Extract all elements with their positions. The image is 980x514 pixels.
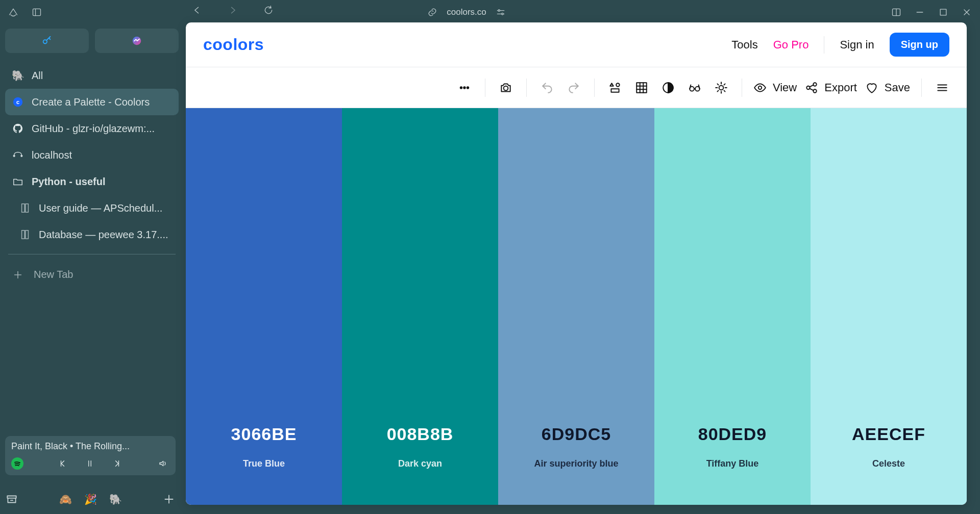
spotify-icon[interactable] (11, 457, 23, 470)
nav-tools[interactable]: Tools (731, 38, 757, 52)
app-toolbar: View Export Save (186, 67, 967, 108)
sidebar-group-python[interactable]: Python - useful (5, 168, 179, 195)
nav-back-icon[interactable] (190, 3, 204, 17)
tab-apscheduler[interactable]: User guide — APSchedul... (5, 195, 179, 221)
space-emoji-2[interactable]: 🎉 (84, 493, 97, 505)
address-url[interactable]: coolors.co (447, 7, 486, 17)
swatch-hex[interactable]: 6D9DC5 (542, 424, 611, 444)
swatch-hex[interactable]: 3066BE (231, 424, 297, 444)
swatch-hex[interactable]: 008B8B (387, 424, 454, 444)
coolors-logo[interactable]: coolors (203, 35, 264, 54)
media-volume-icon[interactable] (156, 457, 169, 470)
save-button[interactable]: Save (865, 81, 910, 94)
svg-point-40 (616, 83, 620, 87)
localhost-icon (12, 149, 23, 161)
svg-rect-22 (22, 230, 25, 239)
archive-icon[interactable] (5, 493, 18, 506)
swatch-3066be[interactable]: 3066BE True Blue (186, 108, 342, 505)
nav-forward-icon[interactable] (226, 3, 240, 17)
window-close-icon[interactable] (960, 5, 974, 19)
svg-line-56 (724, 90, 725, 91)
swatch-name: Dark cyan (398, 458, 442, 469)
signup-button[interactable]: Sign up (890, 33, 949, 57)
tab-peewee[interactable]: Database — peewee 3.17.... (5, 221, 179, 248)
new-tab-button[interactable]: New Tab (5, 264, 179, 286)
sidebar-item-all[interactable]: 🐘 All (5, 62, 179, 89)
arc-logo-icon[interactable] (6, 5, 20, 19)
all-icon: 🐘 (12, 70, 23, 81)
tab-coolors[interactable]: c Create a Palette - Coolors (5, 89, 179, 115)
view-button[interactable]: View (753, 81, 797, 94)
svg-line-57 (724, 84, 725, 85)
sidebar-item-label: All (32, 70, 43, 82)
swatch-aeecef[interactable]: AEECEF Celeste (811, 108, 967, 505)
page-content: coolors Tools Go Pro Sign in Sign up Vie… (186, 22, 967, 505)
swatch-hex[interactable]: AEECEF (852, 424, 925, 444)
tab-github[interactable]: GitHub - glzr-io/glazewm:... (5, 115, 179, 142)
save-label: Save (885, 81, 910, 94)
swatch-6d9dc5[interactable]: 6D9DC5 Air superiority blue (498, 108, 654, 505)
media-pause-icon[interactable] (83, 457, 96, 470)
toolbar-divider (742, 79, 742, 97)
browser-sidebar: 🐘 All c Create a Palette - Coolors GitHu… (0, 24, 184, 514)
pinned-messenger-pill[interactable] (95, 29, 179, 53)
window-minimize-icon[interactable] (913, 5, 927, 19)
swatch-008b8b[interactable]: 008B8B Dark cyan (342, 108, 498, 505)
add-space-icon[interactable] (162, 493, 176, 506)
tab-label: GitHub - glzr-io/glazewm:... (32, 123, 155, 135)
more-icon[interactable] (455, 79, 474, 97)
app-header: coolors Tools Go Pro Sign in Sign up (186, 22, 967, 67)
undo-icon[interactable] (538, 79, 556, 97)
svg-rect-42 (636, 83, 647, 93)
svg-point-59 (758, 86, 762, 89)
tab-label: Database — peewee 3.17.... (39, 229, 168, 241)
svg-rect-0 (33, 9, 41, 15)
media-title: Paint It, Black • The Rolling... (11, 441, 130, 452)
svg-point-38 (467, 87, 469, 88)
sidebar-toggle-icon[interactable] (30, 5, 44, 19)
contrast-icon[interactable] (659, 79, 677, 97)
sidebar-divider (8, 254, 176, 254)
svg-line-55 (717, 84, 718, 85)
glasses-icon[interactable] (685, 79, 704, 97)
svg-point-39 (504, 86, 508, 90)
palette-row: 3066BE True Blue 008B8B Dark cyan 6D9DC5… (186, 108, 967, 505)
menu-icon[interactable] (933, 79, 951, 97)
split-view-icon[interactable] (889, 5, 903, 19)
nav-gopro[interactable]: Go Pro (773, 38, 809, 52)
github-favicon-icon (12, 123, 23, 134)
sidebar-bottom-bar: 🙈 🎉 🐘 (5, 493, 176, 506)
svg-rect-11 (940, 9, 946, 15)
media-next-icon[interactable] (110, 457, 123, 470)
site-link-icon[interactable] (425, 5, 439, 19)
toolbar-divider (921, 79, 922, 97)
swatch-name: Tiffany Blue (706, 458, 759, 469)
swatch-hex[interactable]: 80DED9 (698, 424, 767, 444)
svg-rect-32 (7, 496, 16, 498)
redo-icon[interactable] (565, 79, 583, 97)
reload-icon[interactable] (261, 3, 276, 17)
svg-point-61 (814, 83, 817, 86)
grid-icon[interactable] (632, 79, 651, 97)
sun-icon[interactable] (712, 79, 730, 97)
svg-line-64 (810, 88, 814, 90)
window-maximize-icon[interactable] (936, 5, 950, 19)
swatch-80ded9[interactable]: 80DED9 Tiffany Blue (654, 108, 811, 505)
group-label: Python - useful (32, 176, 105, 188)
space-emoji-1[interactable]: 🙈 (59, 493, 72, 505)
svg-line-58 (717, 90, 718, 91)
svg-point-50 (719, 85, 724, 90)
shapes-icon[interactable] (606, 79, 624, 97)
media-prev-icon[interactable] (57, 457, 70, 470)
browser-titlebar: coolors.co (0, 0, 980, 24)
pinned-key-pill[interactable] (5, 29, 89, 53)
tab-label: Create a Palette - Coolors (32, 96, 150, 108)
space-emoji-3[interactable]: 🐘 (109, 493, 122, 505)
nav-signin[interactable]: Sign in (840, 38, 874, 52)
tab-localhost[interactable]: localhost (5, 142, 179, 168)
doc-icon (19, 202, 31, 214)
site-settings-icon[interactable] (494, 5, 508, 19)
svg-rect-21 (26, 204, 28, 213)
camera-icon[interactable] (497, 79, 515, 97)
export-button[interactable]: Export (805, 81, 857, 94)
